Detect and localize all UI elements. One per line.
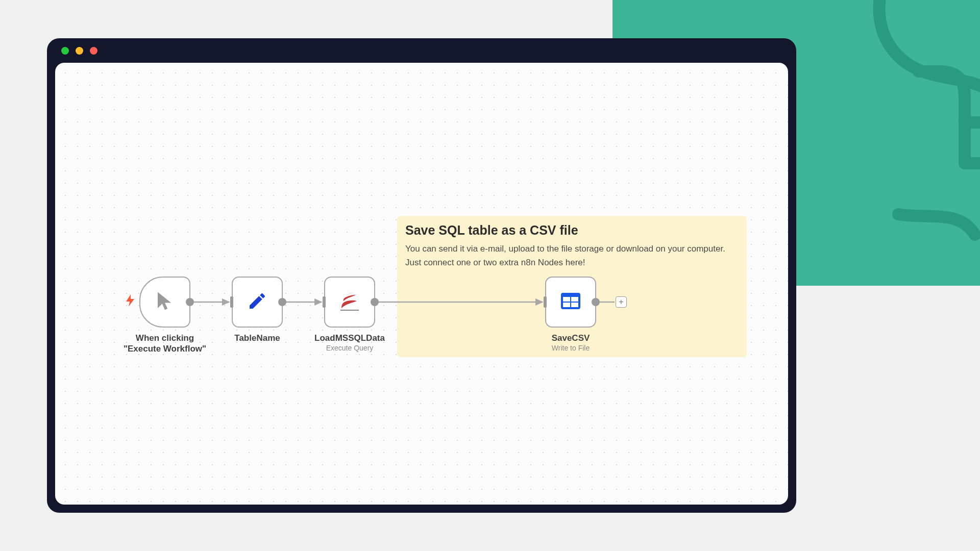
svg-rect-5 bbox=[563, 297, 570, 302]
workflow-canvas[interactable]: Save SQL table as a CSV file You can sen… bbox=[55, 63, 788, 505]
traffic-light-yellow[interactable] bbox=[76, 47, 83, 55]
add-node-button[interactable]: + bbox=[616, 296, 627, 308]
output-port[interactable] bbox=[186, 298, 194, 306]
svg-rect-7 bbox=[563, 303, 570, 307]
window-titlebar bbox=[47, 38, 796, 63]
output-port[interactable] bbox=[278, 298, 286, 306]
node-sublabel: Write to File bbox=[522, 344, 619, 353]
node-label: LoadMSSQLData Execute Query bbox=[301, 333, 398, 353]
cursor-icon bbox=[154, 290, 176, 314]
sticky-line1: You can send it via e-mail, upload to th… bbox=[405, 242, 739, 256]
node-sublabel: Execute Query bbox=[301, 344, 398, 353]
node-label: TableName bbox=[209, 333, 306, 343]
svg-rect-6 bbox=[571, 297, 578, 302]
app-window: Save SQL table as a CSV file You can sen… bbox=[47, 38, 796, 513]
input-port[interactable] bbox=[323, 296, 326, 308]
spreadsheet-icon bbox=[560, 292, 581, 312]
node-label: When clicking "Execute Workflow" bbox=[116, 333, 213, 355]
traffic-light-red[interactable] bbox=[90, 47, 97, 55]
sticky-title: Save SQL table as a CSV file bbox=[405, 223, 739, 238]
node-load-mssql-data[interactable]: LoadMSSQLData Execute Query bbox=[324, 277, 375, 328]
node-tablename[interactable]: TableName bbox=[232, 277, 283, 328]
mssql-icon bbox=[338, 291, 361, 313]
svg-rect-8 bbox=[571, 303, 578, 307]
plus-icon: + bbox=[619, 298, 623, 306]
node-trigger-execute-workflow[interactable]: When clicking "Execute Workflow" bbox=[139, 277, 190, 328]
node-save-csv[interactable]: SaveCSV Write to File bbox=[545, 277, 596, 328]
traffic-light-green[interactable] bbox=[61, 47, 69, 55]
pencil-icon bbox=[247, 291, 267, 313]
lightning-icon bbox=[125, 294, 135, 310]
input-port[interactable] bbox=[544, 296, 547, 308]
output-port[interactable] bbox=[592, 298, 600, 306]
output-port[interactable] bbox=[371, 298, 379, 306]
sticky-line2: Just connect one or two extra n8n Nodes … bbox=[405, 256, 739, 269]
input-port[interactable] bbox=[230, 296, 233, 308]
node-label: SaveCSV Write to File bbox=[522, 333, 619, 353]
